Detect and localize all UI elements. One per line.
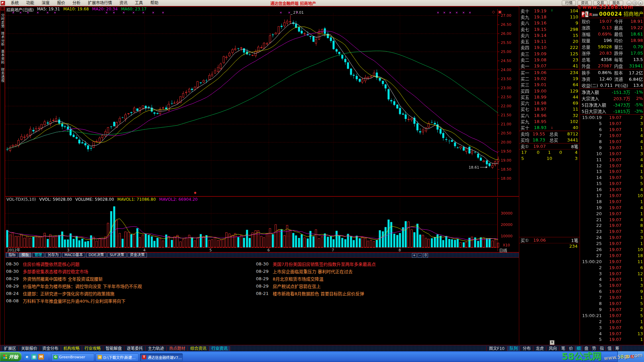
order-book-row[interactable]: 买七18.9711 xyxy=(519,106,580,112)
close-button[interactable]: ✕ xyxy=(638,1,643,6)
bottom-tab-行业资讯[interactable]: 行业资讯 xyxy=(209,346,230,351)
right-tab-龙虎[interactable]: 龙虎 xyxy=(533,346,546,351)
order-book-row[interactable]: 买二19.0219 xyxy=(519,75,580,81)
tick-row[interactable]: 15:00:2119.075 xyxy=(580,312,644,318)
tick-row[interactable]: 1119.074 xyxy=(580,157,644,163)
bottom-tab-综合资讯[interactable]: 综合资讯 xyxy=(188,346,209,351)
tick-row[interactable]: 1919.074 xyxy=(580,204,644,210)
tick-row[interactable]: 619.071 xyxy=(580,127,644,133)
indicator-tab-指标[interactable]: 指标 xyxy=(6,253,18,257)
news-headline[interactable]: 住房价格调整依然是核心问题 xyxy=(23,261,79,267)
indicator-tab-资金决策[interactable]: 资金决策 xyxy=(127,253,147,257)
bottom-tab-机构攻略[interactable]: 机构攻略 xyxy=(61,346,82,351)
desktop-icon[interactable]: ▦ xyxy=(31,354,37,360)
news-item[interactable]: 08-29价值地产年会为楼市把脉：调控导向没变 下半年市场仍不乐观 xyxy=(6,282,256,290)
indicator-tab-另存为[interactable]: 另存为 xyxy=(45,253,61,257)
order-book-row[interactable]: 卖八19.169 xyxy=(519,20,580,26)
indicator-tab-模板[interactable]: 模板 xyxy=(19,253,31,257)
menu-资讯[interactable]: 资讯 xyxy=(116,0,131,6)
order-book-row[interactable]: 卖十19.19↑104 xyxy=(519,8,580,14)
right-tab-分布[interactable]: 分布 xyxy=(520,346,533,351)
order-book-row[interactable]: 买四19.00129 xyxy=(519,88,580,94)
tick-row[interactable]: 2519.071 xyxy=(580,241,644,247)
indicator-control--[interactable]: - xyxy=(418,253,422,258)
menu-深度[interactable]: 深度 xyxy=(38,0,53,6)
ie-icon[interactable]: e xyxy=(24,354,30,360)
news-headline[interactable]: 万科料下半年推盘量环比升逾40%,行业利润率将向下 xyxy=(23,298,125,304)
tick-row[interactable]: 15:00:1919.072 xyxy=(580,115,644,121)
news-headline[interactable]: 美国7月份美国旧房销售签约指数升至两年多来最高点 xyxy=(273,261,376,267)
indicator-tab-MACD基本[interactable]: MACD基本 xyxy=(62,253,85,257)
period-label[interactable]: 日线 xyxy=(499,247,507,253)
bottom-tab-资金分布[interactable]: 资金分布 xyxy=(40,346,61,351)
news-item[interactable]: 08-30美国7月份美国旧房销售签约指数升至两年多来最高点 xyxy=(256,260,518,267)
order-book-row[interactable]: 买五18.9944 xyxy=(519,94,580,100)
indicator-tab-管理[interactable]: 管理 xyxy=(32,253,44,257)
news-item[interactable]: 08-08万科料下半年推盘量环比升逾40%,行业利润率将向下 xyxy=(6,297,256,304)
tick-row[interactable]: 419.071 xyxy=(580,277,644,283)
order-book-row[interactable]: 买八18.9632 xyxy=(519,112,580,118)
ticklist-scroll-button[interactable]: ▼ xyxy=(550,340,554,345)
news-headline[interactable]: 8月北京租赁市场成交降温 xyxy=(273,276,323,282)
order-book-row[interactable]: 卖二19.0823 xyxy=(519,57,580,63)
order-book-row[interactable]: 买三19.0164 xyxy=(519,82,580,88)
tick-row[interactable]: 1219.074 xyxy=(580,163,644,169)
news-item[interactable]: 08-29上市房企面临双重压力 暴利时代正在过去 xyxy=(256,267,518,275)
tick-row[interactable]: 219.071 xyxy=(580,318,644,324)
order-book-row[interactable]: 买六18.9869 xyxy=(519,100,580,106)
tick-row[interactable]: 419.0713 xyxy=(580,330,644,337)
task-button[interactable]: GGreenBrowser xyxy=(51,353,94,361)
news-headline[interactable]: 住建部：正研究进一步强化房市调控的政策措施 xyxy=(23,290,114,297)
menu-分析[interactable]: 分析 xyxy=(69,0,84,6)
tick-row[interactable]: 1019.073 xyxy=(580,150,644,157)
task-button[interactable]: T通达信金融终端V7... xyxy=(140,353,183,361)
task-button[interactable]: ▤D:\下载文件\新建... xyxy=(96,353,139,361)
news-item[interactable]: 08-21楼市新政看8月数据脸色 首要目标防止房价反弹 xyxy=(256,290,518,297)
tick-row[interactable]: 1619.074 xyxy=(580,187,644,193)
tick-row[interactable]: 2219.078 xyxy=(580,223,644,229)
menu-工具[interactable]: 工具 xyxy=(131,0,147,6)
tick-row[interactable]: 919.072 xyxy=(580,307,644,313)
sidebar-tab-技术分析[interactable]: 技术分析 xyxy=(0,32,4,46)
tick-row[interactable]: 319.0712 xyxy=(580,270,644,277)
order-book-row[interactable]: 买九18.95102 xyxy=(519,118,580,124)
tick-row[interactable]: 719.071 xyxy=(580,295,644,301)
indicator-tab-DDE决策[interactable]: DDE决策 xyxy=(86,253,106,257)
bottom-tab-逐笔委托[interactable]: 逐笔委托 xyxy=(124,346,146,351)
mode-button-行情[interactable]: 行情 xyxy=(562,1,576,6)
order-book-row[interactable]: 卖七19.15298 xyxy=(519,26,580,32)
order-book-row[interactable]: 卖一19.0741 xyxy=(519,63,580,69)
sidebar-tab-财务透视[interactable]: 财务透视 xyxy=(0,68,4,82)
sidebar-tab-分时走势[interactable]: 分时走势 xyxy=(0,13,4,28)
right-tab-队列[interactable]: 队列 xyxy=(507,346,520,351)
menu-扩展市场行情[interactable]: 扩展市场行情 xyxy=(84,0,116,6)
news-headline[interactable]: 外资悄然撤离中国楼市 全年投资或现腰斩 xyxy=(23,276,103,282)
right-tab-图文F10[interactable]: 图文F10 xyxy=(486,346,507,351)
tick-row[interactable]: 1519.075 xyxy=(580,181,644,187)
start-button[interactable]: 开始 xyxy=(0,352,21,361)
news-headline[interactable]: 价值地产年会为楼市把脉：调控导向没变 下半年市场仍不乐观 xyxy=(23,283,142,289)
indicator-control-0[interactable]: 0 xyxy=(423,253,428,258)
tick-row[interactable]: 719.074 xyxy=(580,133,644,139)
menu-报价[interactable]: 报价 xyxy=(53,0,69,6)
order-book-row[interactable]: 卖四19.10222 xyxy=(519,45,580,51)
tick-row[interactable]: 819.075 xyxy=(580,301,644,307)
tick-row[interactable]: 519.073 xyxy=(580,121,644,127)
tick-row[interactable]: 2319.073 xyxy=(580,229,644,235)
tick-row[interactable]: 1819.071 xyxy=(580,198,644,204)
tick-row[interactable]: 1419.075 xyxy=(580,175,644,181)
news-item[interactable]: 08-30多部委密集表态楼市调控稳定市场 xyxy=(6,267,256,275)
tick-row[interactable]: 1719.0710 xyxy=(580,193,644,199)
volume-chart[interactable] xyxy=(5,196,519,252)
order-book-row[interactable]: 卖六19.1415 xyxy=(519,32,580,38)
news-item[interactable]: 08-24住建部：正研究进一步强化房市调控的政策措施 xyxy=(6,290,256,297)
tick-row[interactable]: 2419.073 xyxy=(580,235,644,241)
candlestick-chart[interactable] xyxy=(5,6,519,196)
tick-row[interactable]: 519.071 xyxy=(580,337,644,343)
sidebar-tab-基本资料[interactable]: 基本资料 xyxy=(0,50,4,64)
order-book-row[interactable]: 卖五19.1120 xyxy=(519,38,580,44)
news-headline[interactable]: 上市房企面临双重压力 暴利时代正在过去 xyxy=(273,268,353,275)
menu-系统[interactable]: 系统 xyxy=(7,0,22,6)
tick-row[interactable]: 2719.0718 xyxy=(580,252,644,258)
tick-row[interactable]: 15:00:2019.0711 xyxy=(580,258,644,264)
